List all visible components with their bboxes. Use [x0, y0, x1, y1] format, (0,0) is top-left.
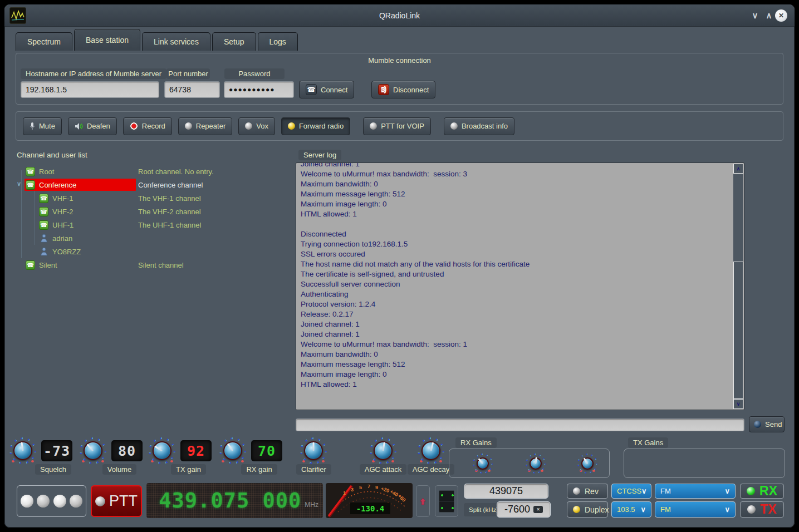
forward-radio-button[interactable]: Forward radio — [281, 117, 350, 135]
repeater-button[interactable]: Repeater — [178, 117, 232, 135]
tree-item-silent[interactable]: ☎ Silent Silent channel — [16, 258, 294, 272]
clarifier-control: Clarifier — [296, 438, 331, 475]
repeater-led-icon — [185, 122, 192, 130]
ctcss-tx-dropdown[interactable]: 103.5 ∨ — [611, 501, 651, 518]
tx-gain-value-display: 92 — [181, 441, 211, 461]
send-icon — [754, 421, 761, 428]
speaker-icon — [75, 122, 83, 130]
server-log-text: Joined channel: 1 Welcome to uMurmur! ma… — [296, 162, 733, 410]
chat-message-input[interactable] — [296, 418, 744, 431]
tx-gain-knob[interactable] — [149, 438, 175, 464]
rx-mode-dropdown[interactable]: FM ∨ — [655, 484, 736, 499]
mute-button[interactable]: Mute — [23, 117, 62, 135]
connect-button[interactable]: ☎ Connect — [299, 81, 354, 98]
rev-button[interactable]: Rev — [567, 484, 608, 499]
tab-logs[interactable]: Logs — [258, 32, 298, 51]
qradiolink-window: QRadioLink ∨ ∧ ✕ Spectrum Base station L… — [0, 0, 799, 532]
ptt-for-voip-button[interactable]: PTT for VOIP — [363, 117, 431, 135]
tx-mode-dropdown[interactable]: FM ∨ — [655, 501, 736, 518]
memory-channels-button[interactable] — [435, 485, 458, 517]
rx-gain-knob-2[interactable] — [526, 454, 545, 473]
port-label: Port number — [166, 68, 210, 79]
ptt-button[interactable]: PTT — [91, 485, 142, 517]
tree-item-user-adrian[interactable]: adrian — [16, 231, 294, 245]
tab-base-station[interactable]: Base station — [74, 29, 140, 51]
ctcss-rx-dropdown[interactable]: CTCSS ∨ — [611, 484, 651, 499]
squelch-knob[interactable] — [10, 438, 36, 464]
rx-gains-title: RX Gains — [455, 437, 497, 448]
volume-knob[interactable] — [80, 438, 106, 464]
tree-item-vhf-2[interactable]: ☎ VHF-2 The VHF-2 channel — [16, 205, 294, 218]
clear-split-icon[interactable]: ✕ — [533, 506, 543, 513]
agc-attack-knob[interactable] — [370, 438, 396, 464]
agc-decay-knob[interactable] — [418, 438, 444, 464]
maximize-button[interactable]: ∧ — [762, 4, 776, 27]
rx-gain-knob-1[interactable] — [473, 454, 492, 473]
tree-item-conference[interactable]: ∨ ☎ Conference Conference channel — [16, 178, 294, 191]
squelch-control: -73 Squelch — [10, 438, 72, 475]
scroll-down-arrow[interactable]: ∨ — [733, 399, 743, 409]
send-button[interactable]: Send — [749, 416, 785, 432]
vox-button[interactable]: Vox — [238, 117, 275, 135]
rx-gain-knob-3[interactable] — [578, 454, 597, 473]
tab-spectrum[interactable]: Spectrum — [16, 32, 72, 51]
microphone-icon — [30, 122, 35, 131]
scroll-up-arrow[interactable]: ∧ — [733, 164, 743, 174]
clarifier-label: Clarifier — [296, 464, 331, 475]
tab-link-services[interactable]: Link services — [142, 32, 210, 51]
memory-display-icon — [439, 490, 454, 513]
hostname-input[interactable] — [21, 81, 159, 98]
rx-gain-knob[interactable] — [220, 438, 246, 464]
agc-decay-label: AGC decay — [408, 464, 454, 475]
scrollbar-thumb[interactable] — [733, 262, 743, 399]
rx-gain-value-display: 70 — [252, 441, 282, 461]
volume-control: 80 Volume — [80, 438, 142, 475]
status-led-icon — [70, 495, 82, 508]
rx-led-icon — [747, 487, 755, 495]
tree-item-user-yo8rzz[interactable]: YO8RZZ — [16, 245, 294, 258]
rx-gain-control: 70 RX gain — [220, 438, 282, 475]
channel-icon: ☎ — [26, 180, 35, 190]
duplex-button[interactable]: Duplex — [567, 501, 608, 518]
broadcast-info-button[interactable]: Broadcast info — [444, 117, 514, 135]
status-led-icon — [53, 495, 66, 508]
frequency-digits: 439.075 000 — [159, 489, 301, 513]
main-window: QRadioLink ∨ ∧ ✕ Spectrum Base station L… — [4, 4, 795, 528]
expander-icon[interactable]: ∨ — [17, 180, 21, 188]
log-scrollbar[interactable]: ∧ ∨ — [733, 164, 743, 409]
frequency-up-button[interactable] — [416, 485, 430, 517]
chevron-down-icon: ∨ — [640, 505, 646, 514]
user-icon — [40, 234, 48, 243]
frequency-display: 439.075 000 MHz — [146, 483, 323, 518]
channel-tree: ☎ Root Root channel. No entry. ∨ ☎ Confe… — [16, 165, 294, 276]
volume-label: Volume — [102, 464, 136, 475]
tree-item-root[interactable]: ☎ Root Root channel. No entry. — [16, 165, 294, 178]
status-led-panel — [17, 485, 86, 517]
password-input[interactable] — [224, 81, 294, 98]
mumble-group-title: Mumble connection — [16, 56, 783, 65]
frequency-input[interactable] — [464, 484, 548, 499]
tree-item-vhf-1[interactable]: ☎ VHF-1 The VHF-1 channel — [16, 191, 294, 205]
tree-item-uhf-1[interactable]: ☎ UHF-1 The UHF-1 channel — [16, 218, 294, 231]
squelch-value-display: -73 — [42, 441, 72, 461]
s-meter: 1 3 5 7 9 +20 +40 +60 -130.4 — [326, 483, 413, 518]
tab-setup[interactable]: Setup — [212, 32, 256, 51]
clarifier-knob[interactable] — [301, 438, 326, 464]
mumble-connection-group: Mumble connection Hostname or IP address… — [16, 53, 783, 105]
close-button[interactable]: ✕ — [775, 9, 787, 22]
connect-phone-icon: ☎ — [306, 84, 317, 95]
port-input[interactable] — [164, 81, 220, 98]
tx-led-icon — [747, 505, 756, 514]
tx-gain-label: TX gain — [171, 464, 206, 475]
rx-indicator-button[interactable]: RX — [740, 484, 784, 499]
tx-indicator-button[interactable]: TX — [740, 501, 784, 518]
record-button[interactable]: Record — [123, 117, 172, 135]
user-icon — [40, 247, 48, 256]
split-input[interactable]: -7600 ✕ — [497, 501, 551, 518]
broadcast-led-icon — [450, 122, 458, 130]
minimize-button[interactable]: ∨ — [748, 4, 762, 27]
title-bar[interactable]: QRadioLink ∨ ∧ ✕ — [4, 4, 795, 27]
server-log-box[interactable]: Joined channel: 1 Welcome to uMurmur! ma… — [296, 162, 744, 410]
disconnect-button[interactable]: ☎ Disconnect — [371, 81, 435, 98]
deafen-button[interactable]: Deafen — [68, 117, 117, 135]
